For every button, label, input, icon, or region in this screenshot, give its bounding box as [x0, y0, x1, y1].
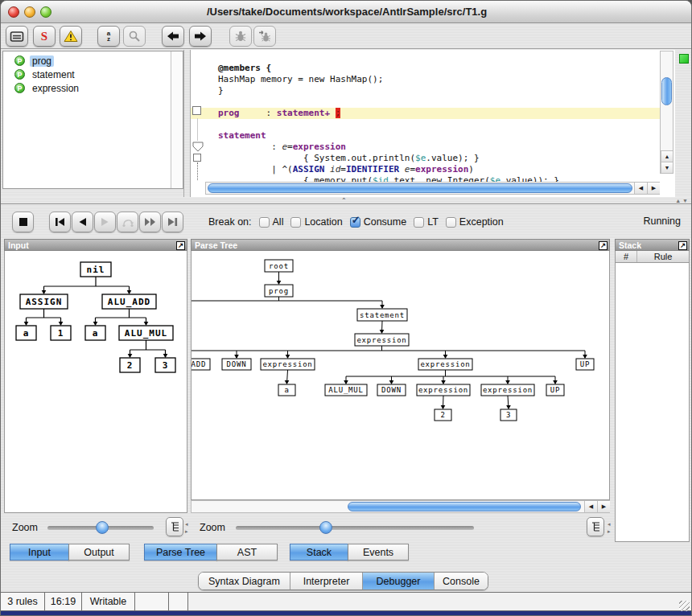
scroll-right-icon[interactable]: ▶	[647, 183, 660, 194]
tree-node-1[interactable]: 1	[51, 326, 71, 340]
breakpoint-box-icon[interactable]	[193, 154, 201, 162]
rule-item-statement[interactable]: Pstatement	[3, 68, 183, 81]
debug-remote-button[interactable]	[253, 26, 276, 47]
tree-node-UP[interactable]: UP	[546, 384, 564, 396]
editor-hscroll-thumb[interactable]	[208, 183, 632, 193]
input-zoom-slider[interactable]	[47, 526, 154, 530]
fast-forward-button[interactable]	[139, 211, 161, 232]
toggle-ast[interactable]: AST	[216, 544, 278, 561]
input-tree-layout-button[interactable]	[166, 517, 183, 536]
toggle-input[interactable]: Input	[10, 544, 69, 561]
tree-node-ALU_MUL[interactable]: ALU_MUL	[119, 326, 173, 340]
parse-tree-hscroll-thumb[interactable]	[348, 502, 581, 511]
sort-rules-button[interactable]: az	[97, 26, 120, 47]
detach-panel-icon[interactable]: ↗	[678, 241, 687, 250]
splitter-collapse-icons[interactable]: ▲ ▼	[675, 197, 688, 204]
step-back-icon	[78, 217, 87, 227]
tree-node-expression[interactable]: expression	[418, 359, 472, 370]
editor-hscrollbar[interactable]: ◀ ▶	[205, 182, 660, 195]
grammar-editor[interactable]: @members {HashMap memory = new HashMap()…	[191, 50, 675, 197]
tree-node-DOWN[interactable]: DOWN	[377, 384, 406, 396]
tree-node-prog[interactable]: prog	[265, 285, 293, 297]
back-button[interactable]	[162, 26, 184, 47]
upper-area: PprogPstatementPexpression @members {Has…	[1, 50, 692, 197]
tree-node-ALU_MUL[interactable]: ALU_MUL	[325, 384, 367, 396]
parse-tree-hscrollbar[interactable]: ◀ ▶	[191, 500, 610, 513]
tree-node-2[interactable]: 2	[435, 409, 451, 421]
tree-node-ALU_ADD[interactable]: ALU_ADD	[102, 294, 156, 309]
minimize-button[interactable]	[24, 6, 35, 18]
parse-tree-zoom-slider[interactable]	[236, 526, 474, 530]
tree-node-a[interactable]: a	[278, 384, 295, 396]
checkbox-location[interactable]	[290, 217, 301, 228]
splitter-grip-icon[interactable]: ⌃	[341, 197, 347, 204]
tree-node-a[interactable]: a	[85, 326, 105, 340]
tree-node-a[interactable]: a	[16, 326, 36, 340]
forward-button[interactable]	[189, 26, 212, 47]
tree-node-statement[interactable]: statement	[357, 309, 407, 321]
checkbox-exception[interactable]	[446, 217, 456, 228]
step-over-button[interactable]	[117, 211, 138, 232]
toggle-events[interactable]: Events	[348, 544, 409, 561]
tree-node-expression[interactable]: expression	[355, 334, 409, 346]
tree-node-ALU_ADD[interactable]: ALU_ADD	[192, 359, 210, 370]
tree-node-3[interactable]: 3	[500, 409, 517, 421]
scroll-up-icon[interactable]: ▲	[661, 150, 673, 162]
scroll-right-icon[interactable]: ▶	[597, 501, 610, 512]
toggle-output[interactable]: Output	[68, 544, 130, 561]
tree-node-2[interactable]: 2	[120, 358, 140, 372]
find-button[interactable]	[123, 26, 146, 47]
tree-node-expression[interactable]: expression	[261, 359, 315, 370]
tab-console[interactable]: Console	[435, 573, 488, 589]
zoom-button[interactable]	[40, 6, 51, 18]
debug-button[interactable]	[229, 26, 252, 47]
detach-panel-icon[interactable]: ↗	[599, 241, 608, 250]
splitter-collapse-icons[interactable]: ◂▸	[608, 520, 611, 535]
scroll-left-icon[interactable]: ◀	[634, 183, 647, 194]
vertical-splitter[interactable]	[183, 50, 191, 197]
parse-tree-zoom-slider-thumb[interactable]	[319, 521, 332, 534]
tab-interpreter[interactable]: Interpreter	[290, 573, 363, 589]
scroll-down-icon[interactable]: ▼	[661, 162, 673, 173]
tree-node-3[interactable]: 3	[155, 358, 175, 372]
syntax-check-button[interactable]: S	[33, 26, 56, 47]
parse-tree-canvas[interactable]: rootprogstatementexpressionALU_ADDDOWNex…	[191, 251, 610, 500]
goto-start-button[interactable]	[49, 211, 71, 232]
rules-scrollbar[interactable]	[171, 51, 183, 188]
stack-table-body[interactable]	[615, 263, 690, 542]
checkbox-lt[interactable]	[414, 217, 424, 228]
play-button[interactable]	[94, 211, 116, 232]
tab-syntax-diagram[interactable]: Syntax Diagram	[199, 573, 290, 589]
tree-node-expression[interactable]: expression	[417, 384, 470, 396]
console-window-button[interactable]	[6, 26, 28, 47]
step-back-button[interactable]	[72, 211, 93, 232]
warnings-button[interactable]	[60, 26, 82, 47]
tree-node-ASSIGN[interactable]: ASSIGN	[20, 294, 68, 309]
checkbox-consume[interactable]	[350, 217, 360, 228]
tree-node-DOWN[interactable]: DOWN	[222, 359, 251, 370]
tab-debugger[interactable]: Debugger	[363, 573, 435, 589]
parse-tree-layout-button[interactable]	[587, 517, 604, 536]
horizontal-splitter[interactable]: ⌃ ▲ ▼	[1, 197, 692, 204]
editor-vscroll-thumb[interactable]	[661, 77, 672, 105]
rule-item-prog[interactable]: Pprog	[3, 54, 183, 68]
checkbox-all[interactable]	[259, 217, 270, 228]
breakpoint-box-icon[interactable]	[192, 106, 201, 115]
tree-node-nil[interactable]: nil	[80, 262, 111, 277]
editor-vscrollbar[interactable]: ▲ ▼	[660, 51, 673, 174]
rule-item-expression[interactable]: Pexpression	[3, 81, 183, 95]
scroll-left-icon[interactable]: ◀	[584, 501, 597, 512]
toggle-parse-tree[interactable]: Parse Tree	[144, 544, 217, 561]
input-tree-canvas[interactable]: nilASSIGNALU_ADDa1aALU_MUL23	[4, 251, 187, 513]
tree-node-root[interactable]: root	[265, 260, 293, 272]
tree-node-expression[interactable]: expression	[481, 384, 534, 396]
stop-button[interactable]	[12, 211, 34, 232]
detach-panel-icon[interactable]: ↗	[176, 241, 185, 250]
input-zoom-slider-thumb[interactable]	[96, 521, 109, 534]
goto-end-button[interactable]	[162, 211, 183, 232]
resize-grip[interactable]	[679, 601, 690, 611]
close-button[interactable]	[8, 6, 19, 18]
toggle-stack[interactable]: Stack	[290, 544, 348, 561]
splitter-collapse-icons[interactable]: ◂▸	[185, 520, 188, 535]
tree-node-UP[interactable]: UP	[576, 359, 594, 370]
